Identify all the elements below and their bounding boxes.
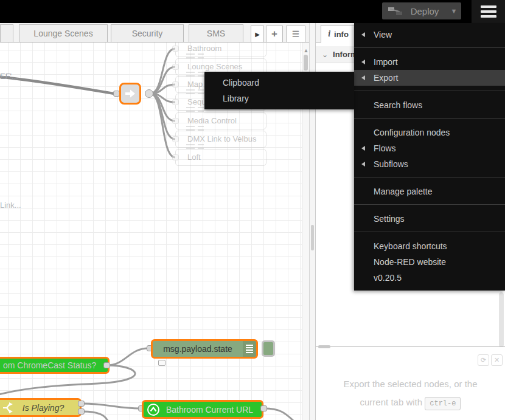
menu-item-settings[interactable]: Settings [354,211,505,227]
tips-refresh-button[interactable]: ⟳ [478,354,489,366]
scroll-tabs-right-button[interactable]: ▶ [251,26,264,43]
menu-item-flows[interactable]: Flows [354,140,505,156]
header: Deploy ▼ [0,0,505,23]
chromecast-output-port[interactable] [103,362,110,368]
submenu-item-library[interactable]: Library [204,91,354,106]
link-out-node[interactable] [119,83,141,105]
flow-tab-sms[interactable]: SMS [189,24,243,42]
info-tab-label: info [334,30,349,39]
bathroom-current-url-node[interactable]: Bathroom Current URL [142,400,263,419]
flow-tab-lounge-scenes[interactable]: Lounge Scenes [19,24,108,42]
debug-node-label: msg.payload.state [153,344,243,354]
menu-item-subflows[interactable]: Subflows [354,156,505,172]
is-playing-output-port-2[interactable] [78,408,85,415]
menu-item-configuration-nodes[interactable]: Configuration nodes [354,125,505,140]
submenu-left-arrow-icon [361,146,365,151]
port [172,46,179,52]
hamburger-icon [481,5,496,8]
submenu-left-arrow-icon [361,75,365,80]
flow-tab-partial[interactable] [0,24,13,42]
sidebar-tab-info[interactable]: i info [321,25,356,43]
wire-stub-port [158,360,165,366]
debug-enable-toggle[interactable] [262,340,275,357]
scrollbar-thumb[interactable] [304,55,308,71]
main-dropdown-menu: View Import Export Search flows Configur… [354,23,505,291]
tips-drag-handle[interactable] [318,345,330,348]
tips-close-button[interactable]: ✕ [491,354,503,366]
refresh-icon: ⟳ [481,356,486,364]
deploy-label: Deploy [403,6,447,16]
port [172,136,179,142]
port [172,118,179,124]
chevron-down-icon: ⌄ [322,50,328,59]
port [172,99,179,105]
cut-node-label: EF'... [0,72,18,81]
menu-item-keyboard-shortcuts[interactable]: Keyboard shortcuts [354,238,505,254]
port [172,64,179,70]
menu-separator [354,118,505,119]
menu-item-version[interactable]: v0.20.5 [354,270,505,286]
deploy-icon [388,6,403,16]
menu-item-manage-palette[interactable]: Manage palette [354,184,505,199]
deploy-options-caret-icon[interactable]: ▼ [447,7,461,15]
debug-list-icon [243,341,256,357]
tip-text-line1: Export the selected nodes, or the [316,379,505,389]
submenu-left-arrow-icon [361,32,365,37]
flow-list-button[interactable]: ☰ [286,26,305,43]
tips-panel: ⟳ ✕ Export the selected nodes, or the cu… [316,346,505,420]
debug-node[interactable]: msg.payload.state [151,339,258,359]
submenu-left-arrow-icon [361,60,365,64]
add-flow-button[interactable]: + [266,26,283,43]
info-icon: i [328,29,330,39]
flow-tab-security[interactable]: Security [111,24,184,42]
menu-separator [354,204,505,205]
splitter-scroll-thumb[interactable] [311,225,314,250]
export-submenu: Clipboard Library [204,72,354,109]
close-icon: ✕ [494,356,500,364]
list-icon: ☰ [292,29,300,39]
menu-item-export[interactable]: Export [354,70,505,86]
linkout-output-port[interactable] [145,89,153,98]
is-playing-output-port-1[interactable] [78,401,85,407]
menu-separator [354,232,505,232]
deploy-button[interactable]: Deploy ▼ [382,2,461,19]
link-out-arrow-icon [125,89,136,98]
menu-separator [354,177,505,177]
port [172,154,179,160]
is-playing-switch-node[interactable]: Is Playing? [0,398,82,417]
bathroom-url-label: Bathroom Current URL [160,405,262,415]
ghost-link-label: Link... [0,201,21,210]
switch-fork-icon [3,402,13,413]
menu-separator [354,47,505,48]
submenu-item-clipboard[interactable]: Clipboard [204,75,354,91]
bathroom-url-output-port[interactable] [260,405,267,411]
menu-item-view[interactable]: View [354,27,505,43]
plus-icon: + [271,28,277,40]
submenu-left-arrow-icon [361,162,365,167]
right-arrow-icon: ▶ [255,31,260,38]
ctrl-e-shortcut-key: ctrl-e [425,397,461,410]
circle-arrow-up-icon [147,403,160,416]
main-menu-button[interactable] [472,0,505,23]
menu-item-import[interactable]: Import [354,54,505,70]
port [172,81,179,88]
scroll-up-arrow-icon[interactable]: ▲ [303,47,309,53]
flow-tabbar: Lounge Scenes Security SMS ▶ + ☰ [0,23,316,43]
tip-text-line2: current tab with ctrl-e [316,397,505,408]
menu-item-search-flows[interactable]: Search flows [354,97,505,113]
chromecast-node-label: om ChromeCast Status? [0,360,96,370]
is-playing-label: Is Playing? [13,403,80,413]
chromecast-status-node[interactable]: om ChromeCast Status? [0,357,110,374]
menu-separator [354,91,505,91]
menu-item-nodered-website[interactable]: Node-RED website [354,254,505,270]
sidebar-scrollbar[interactable] [499,292,504,347]
